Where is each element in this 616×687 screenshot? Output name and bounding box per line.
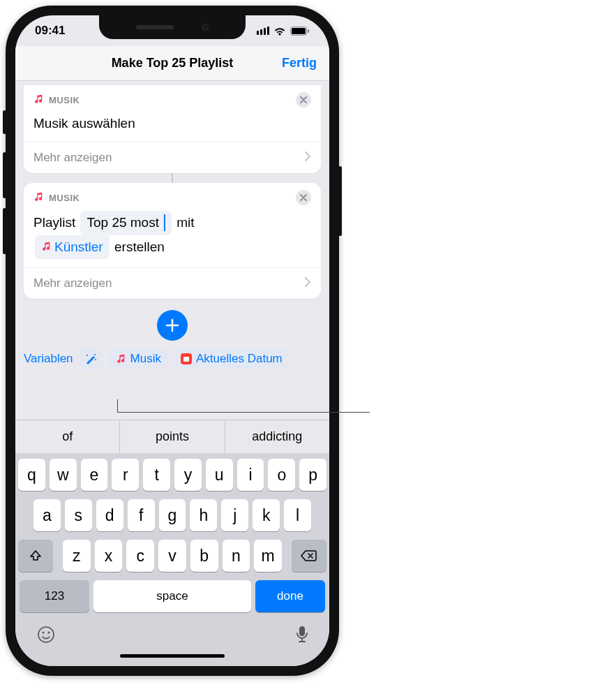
key-j[interactable]: j [221,499,248,531]
connector-line [172,173,173,183]
svg-rect-7 [183,357,189,358]
svg-point-4 [87,355,88,356]
magic-variable-token[interactable]: Künstler [35,235,110,259]
svg-point-3 [94,354,96,355]
show-more-row[interactable]: Mehr anzeigen [24,142,321,173]
home-indicator[interactable] [120,654,225,658]
front-camera [202,24,209,31]
mute-switch[interactable] [3,110,6,134]
key-o[interactable]: o [268,459,295,491]
key-m[interactable]: m [254,540,282,572]
key-g[interactable]: g [159,499,186,531]
content-area: MUSIK Musik auswählen Mehr anzeigen [15,81,329,666]
key-u[interactable]: u [206,459,233,491]
suggestion-1[interactable]: of [15,420,119,453]
card-title: Musik auswählen [24,108,321,142]
key-h[interactable]: h [190,499,217,531]
keyboard: of points addicting qwertyuiop asdfghjkl… [15,420,329,666]
wifi-icon [273,27,286,36]
key-t[interactable]: t [143,459,170,491]
key-f[interactable]: f [128,499,155,531]
dictation-key[interactable] [296,626,308,647]
text-suffix: erstellen [114,239,165,254]
text-mid: mit [176,215,194,230]
volume-down-button[interactable] [3,208,6,254]
shift-key[interactable] [18,540,53,572]
text-cursor [164,214,165,231]
svg-rect-2 [308,29,309,33]
suggestion-3[interactable]: addicting [225,420,329,453]
playlist-name-token[interactable]: Top 25 most [80,211,172,235]
backspace-key[interactable] [292,540,326,572]
card-app-label: MUSIK [49,193,80,203]
delete-action-button[interactable] [296,190,311,205]
svg-point-8 [38,627,54,642]
music-note-icon [41,237,51,257]
add-action-button[interactable] [157,310,188,341]
key-l[interactable]: l [284,499,311,531]
variables-label[interactable]: Variablen [24,352,73,366]
cellular-signal-icon [257,27,269,35]
magic-wand-chip[interactable] [79,348,103,370]
music-note-icon [33,192,43,204]
chevron-right-icon [305,151,311,165]
volume-up-button[interactable] [3,152,6,198]
svg-rect-1 [292,28,306,34]
key-w[interactable]: w [50,459,77,491]
power-button[interactable] [338,166,342,236]
action-card-create-playlist: MUSIK Playlist Top 25 most mit [24,183,321,299]
delete-action-button[interactable] [296,92,311,108]
music-variable-chip[interactable]: Musik [108,348,168,369]
card-header: MUSIK [24,183,321,205]
key-e[interactable]: e [81,459,108,491]
key-v[interactable]: v [158,540,186,572]
svg-point-9 [43,632,45,634]
space-key[interactable]: space [93,580,251,612]
numbers-key[interactable]: 123 [20,580,89,612]
keyboard-bottom-bar [18,621,326,649]
shift-icon [29,549,43,563]
card-body: Playlist Top 25 most mit Künstler erstel… [24,205,321,267]
variables-bar: Variablen Musik Aktuelles Datum [15,348,329,377]
suggestion-2[interactable]: points [119,420,224,453]
text-prefix: Playlist [33,215,75,230]
key-i[interactable]: i [237,459,264,491]
current-date-variable-chip[interactable]: Aktuelles Datum [174,348,290,369]
calendar-icon [181,353,192,364]
key-z[interactable]: z [63,540,91,572]
key-n[interactable]: n [223,540,250,572]
microphone-icon [296,626,308,644]
key-p[interactable]: p [299,459,326,491]
key-x[interactable]: x [95,540,123,572]
callout-line [117,412,370,413]
page-title: Make Top 25 Playlist [112,56,234,71]
key-c[interactable]: c [126,540,154,572]
plus-icon [165,318,179,332]
status-time: 09:41 [35,24,65,38]
status-icons [257,27,310,36]
key-y[interactable]: y [174,459,202,491]
chevron-right-icon [305,276,311,290]
key-d[interactable]: d [96,499,123,531]
key-b[interactable]: b [190,540,218,572]
svg-rect-11 [299,626,305,636]
key-s[interactable]: s [65,499,92,531]
chip-label: Musik [130,352,161,366]
show-more-label: Mehr anzeigen [33,151,112,165]
music-note-icon [33,94,43,106]
emoji-icon [36,625,56,644]
done-button[interactable]: Fertig [282,56,317,71]
notch [99,15,246,39]
show-more-row[interactable]: Mehr anzeigen [24,267,321,299]
suggestion-row: of points addicting [15,420,329,453]
emoji-key[interactable] [36,625,56,647]
key-k[interactable]: k [253,499,280,531]
callout-tick [117,399,118,412]
screen: 09:41 Make Top 25 Playlist Fertig [15,15,329,666]
show-more-label: Mehr anzeigen [33,276,112,290]
key-a[interactable]: a [33,499,61,531]
key-r[interactable]: r [112,459,139,491]
keyboard-done-key[interactable]: done [255,580,325,612]
key-q[interactable]: q [18,459,45,491]
card-header: MUSIK [24,85,321,108]
